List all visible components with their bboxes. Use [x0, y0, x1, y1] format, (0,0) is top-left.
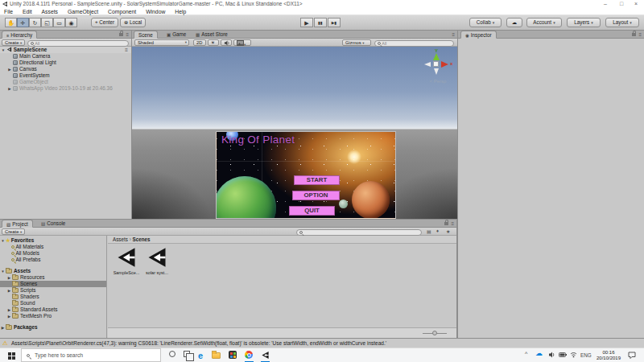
expander-icon[interactable]: ▶ — [6, 314, 12, 320]
shading-mode-dropdown[interactable]: Shaded▾ — [134, 39, 189, 46]
favorites-all-prefabs[interactable]: All Prefabs — [0, 257, 106, 263]
hierarchy-search-input[interactable]: All — [27, 40, 129, 47]
quit-button[interactable]: QUIT — [289, 206, 335, 216]
transform-tool-icon[interactable]: ◉ — [65, 18, 77, 27]
menu-gameobject[interactable]: GameObject — [64, 8, 102, 15]
menu-window[interactable]: Window — [142, 8, 169, 15]
hierarchy-item-main-camera[interactable]: Main Camera — [0, 53, 131, 60]
tab-asset-store[interactable]: ▦Asset Store — [192, 31, 232, 39]
hierarchy-item-directional-light[interactable]: Directional Light — [0, 60, 131, 66]
pause-button[interactable]: ▮▮ — [314, 18, 327, 27]
project-search-input[interactable] — [296, 229, 422, 236]
wifi-icon[interactable] — [570, 352, 577, 359]
hierarchy-item-whatsapp-video[interactable]: ▶WhatsApp Video 2019-10-19 at 20.46.36 — [0, 85, 131, 92]
search-by-label-icon[interactable]: ♦ — [436, 228, 439, 233]
pivot-toggle-button[interactable]: ⌖ Center — [91, 18, 118, 27]
effects-dropdown[interactable]: ▾ — [233, 39, 251, 46]
cortana-button[interactable] — [167, 351, 177, 360]
favorites-all-materials[interactable]: All Materials — [0, 244, 106, 250]
tray-expand-button[interactable]: ^ — [525, 351, 527, 356]
expander-icon[interactable]: ▶ — [6, 86, 13, 93]
panel-menu-icon[interactable]: ≡ — [452, 32, 455, 37]
file-explorer-button[interactable] — [211, 351, 221, 360]
language-indicator[interactable]: ENG — [580, 352, 592, 358]
gizmo-center-cube[interactable] — [433, 61, 439, 67]
taskbar-search-input[interactable]: Type here to search — [21, 348, 161, 362]
rect-tool-icon[interactable]: ▭ — [53, 18, 65, 27]
breadcrumb-root[interactable]: Assets — [113, 237, 128, 242]
menu-file[interactable]: File — [0, 8, 17, 15]
start-button[interactable]: START — [294, 175, 340, 185]
2d-toggle-button[interactable]: 2D — [193, 39, 206, 46]
menu-help[interactable]: Help — [171, 8, 190, 15]
tab-console[interactable]: ▤Console — [37, 220, 69, 228]
asset-tile-samplescene[interactable]: SampleSce... — [113, 246, 140, 275]
store-button[interactable] — [228, 351, 237, 360]
volume-icon[interactable] — [548, 352, 555, 359]
pan-tool-icon[interactable]: ✋ — [5, 18, 17, 27]
tab-hierarchy[interactable]: ≡Hierarchy — [2, 31, 37, 39]
neg-x-axis-cone[interactable] — [424, 62, 431, 67]
scale-tool-icon[interactable]: ◱ — [41, 18, 53, 27]
packages-root[interactable]: ▶Packages — [0, 324, 106, 331]
minimize-button[interactable]: – — [599, 0, 612, 8]
tab-project[interactable]: ▨Project — [2, 220, 33, 228]
space-toggle-button[interactable]: ⊕ Local — [120, 18, 146, 27]
unity-taskbar-button[interactable] — [260, 351, 270, 360]
folder-textmesh-pro[interactable]: ▶TextMesh Pro — [0, 313, 106, 319]
panel-menu-icon[interactable]: ≡ — [451, 221, 454, 226]
cloud-button[interactable]: ☁ — [506, 18, 522, 27]
panel-menu-icon[interactable]: ≡ — [126, 32, 129, 37]
expander-icon[interactable]: ▶ — [0, 325, 6, 331]
layers-dropdown[interactable]: Layers▾ — [567, 18, 601, 27]
y-axis-cone[interactable] — [433, 53, 440, 60]
create-dropdown[interactable]: Create ▾ — [2, 228, 25, 235]
icon-size-slider-handle[interactable] — [432, 331, 437, 335]
hierarchy-item-eventsystem[interactable]: EventSystem — [0, 72, 131, 79]
lock-icon[interactable] — [444, 222, 448, 225]
hierarchy-scene-row[interactable]: ▼ SampleScene ≡ — [0, 47, 131, 53]
hierarchy-item-canvas[interactable]: ▶Canvas — [0, 66, 131, 72]
rotate-tool-icon[interactable]: ↻ — [29, 18, 41, 27]
perspective-label[interactable]: < Persp — [422, 79, 454, 84]
account-dropdown[interactable]: Account▾ — [526, 18, 562, 27]
maximize-button[interactable]: □ — [615, 0, 628, 8]
status-bar[interactable]: ⚠ Assets\Scripts\Planet\OrbitRenderer.cs… — [0, 338, 644, 348]
play-button[interactable]: ▶ — [300, 18, 313, 27]
neg-y-axis-cone[interactable] — [434, 68, 439, 75]
scene-search-input[interactable]: All — [374, 40, 454, 47]
edge-button[interactable]: e — [196, 351, 205, 360]
option-button[interactable]: OPTION — [292, 191, 340, 200]
step-button[interactable]: ▶▮ — [328, 18, 341, 27]
start-button[interactable] — [8, 352, 15, 360]
favorites-all-models[interactable]: All Models — [0, 250, 106, 257]
lock-icon[interactable] — [632, 33, 636, 36]
panel-menu-icon[interactable]: ≡ — [638, 32, 642, 37]
gizmos-dropdown[interactable]: Gizmos ▾ — [342, 39, 371, 46]
layout-dropdown[interactable]: Layout▾ — [605, 18, 639, 27]
collab-dropdown[interactable]: Collab▾ — [469, 18, 502, 27]
menu-edit[interactable]: Edit — [19, 8, 36, 15]
search-by-type-icon[interactable]: ▤ — [427, 228, 431, 234]
audio-toggle-button[interactable] — [221, 39, 232, 46]
favorites-root[interactable]: ▼★Favorites — [0, 237, 106, 244]
menu-component[interactable]: Component — [104, 8, 140, 15]
scene-viewport[interactable]: Y x < Persp King Of Planet START — [132, 47, 457, 219]
scene-menu-icon[interactable]: ≡ — [125, 47, 128, 53]
battery-icon[interactable] — [559, 352, 567, 358]
lighting-toggle-button[interactable]: ☀ — [208, 39, 219, 46]
move-tool-icon[interactable]: ✛ — [17, 18, 29, 27]
tab-scene[interactable]: Scene — [134, 31, 158, 39]
hierarchy-item-gameobject[interactable]: GameObject — [0, 79, 131, 85]
chrome-button[interactable] — [244, 351, 254, 360]
scene-orientation-gizmo[interactable]: Y x < Persp — [422, 48, 454, 88]
task-view-button[interactable] — [182, 351, 192, 360]
asset-tile-solar-system[interactable]: solar syst... — [143, 246, 171, 275]
create-dropdown[interactable]: Create ▾ — [2, 39, 25, 46]
favorites-filter-icon[interactable]: ★ — [446, 228, 450, 234]
onedrive-icon[interactable]: ☁ — [535, 349, 543, 357]
close-button[interactable]: × — [630, 0, 642, 8]
action-center-button[interactable] — [628, 352, 636, 360]
menu-assets[interactable]: Assets — [38, 8, 62, 15]
x-axis-cone[interactable] — [441, 61, 448, 68]
